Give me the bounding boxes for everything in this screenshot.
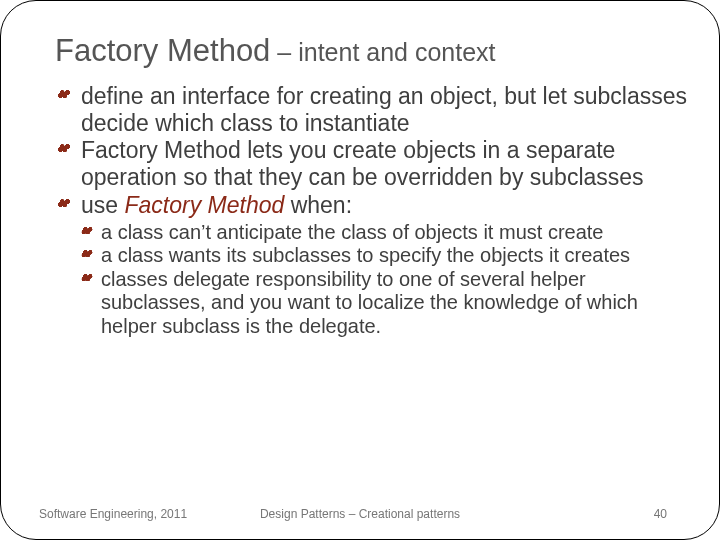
sub-bullet-2: a class wants its subclasses to specify … [79, 244, 689, 268]
footer-center: Design Patterns – Creational patterns [260, 507, 460, 521]
bullet-3-prefix: use [81, 192, 124, 218]
sub-bullet-1: a class can’t anticipate the class of ob… [79, 221, 689, 245]
sub-bullet-3: classes delegate responsibility to one o… [79, 268, 689, 339]
title-main: Factory Method [55, 33, 270, 68]
sub-bullet-3-text: classes delegate responsibility to one o… [101, 268, 638, 337]
slide-title: Factory Method – intent and context [55, 33, 689, 69]
bullet-1: define an interface for creating an obje… [55, 83, 689, 137]
footer-left: Software Engineering, 2011 [39, 507, 187, 521]
sub-bullet-1-text: a class can’t anticipate the class of ob… [101, 221, 603, 243]
main-bullet-list: define an interface for creating an obje… [55, 83, 689, 219]
title-sep: – [270, 38, 298, 66]
bullet-3-suffix: when: [284, 192, 352, 218]
bullet-1-text: define an interface for creating an obje… [81, 83, 687, 136]
title-sub: intent and context [298, 38, 495, 66]
sub-bullet-list: a class can’t anticipate the class of ob… [79, 221, 689, 339]
footer-page-number: 40 [654, 507, 667, 521]
sub-bullet-2-text: a class wants its subclasses to specify … [101, 244, 630, 266]
bullet-3: use Factory Method when: [55, 192, 689, 219]
bullet-2-text: Factory Method lets you create objects i… [81, 137, 644, 190]
bullet-3-em: Factory Method [124, 192, 284, 218]
bullet-2: Factory Method lets you create objects i… [55, 137, 689, 191]
slide-frame: Factory Method – intent and context defi… [0, 0, 720, 540]
